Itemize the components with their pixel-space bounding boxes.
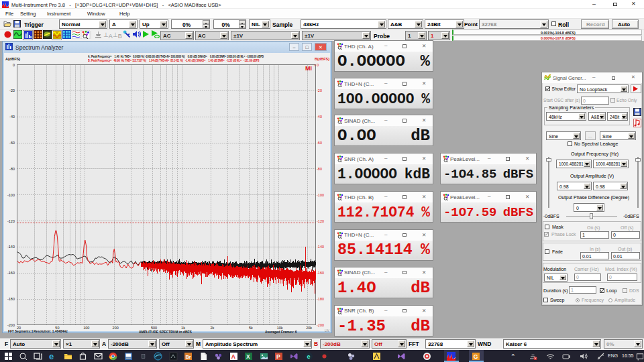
svg-text:e: e — [307, 353, 311, 360]
svg-text:0: 0 — [13, 63, 15, 67]
svg-text:Br: Br — [185, 353, 191, 359]
svg-text:-20: -20 — [317, 88, 322, 93]
svg-text:2k: 2k — [210, 326, 214, 330]
svg-text:-40: -40 — [9, 115, 15, 119]
svg-text:-20: -20 — [9, 88, 15, 93]
svg-text:P: P — [276, 353, 280, 360]
svg-text:A: A — [231, 353, 235, 360]
svg-text:-200: -200 — [317, 323, 324, 327]
svg-text:5k: 5k — [249, 326, 253, 330]
svg-text:®: ® — [314, 64, 316, 67]
svg-text:-120: -120 — [7, 219, 15, 223]
svg-text:-140: -140 — [317, 245, 324, 249]
svg-text:0: 0 — [317, 63, 319, 67]
svg-text:100: 100 — [83, 326, 89, 330]
svg-text:-180: -180 — [7, 297, 15, 301]
svg-text:-140: -140 — [7, 245, 15, 249]
svg-text:-80: -80 — [317, 167, 322, 171]
svg-text:-60: -60 — [317, 141, 322, 145]
svg-text:-100: -100 — [317, 193, 324, 197]
svg-text:G: G — [474, 353, 478, 360]
svg-text:-60: -60 — [9, 141, 15, 145]
svg-text:-120: -120 — [317, 219, 324, 223]
svg-text:-160: -160 — [7, 271, 15, 275]
svg-text:-180: -180 — [317, 297, 324, 301]
svg-text:X: X — [246, 353, 250, 360]
svg-text:e: e — [49, 352, 54, 361]
svg-text:-160: -160 — [317, 271, 324, 275]
svg-text:-200: -200 — [7, 323, 15, 327]
svg-text:-80: -80 — [9, 167, 15, 171]
svg-text:-100: -100 — [7, 193, 15, 197]
svg-text:MI: MI — [305, 65, 312, 72]
svg-text:20k: 20k — [306, 326, 312, 330]
svg-text:-40: -40 — [317, 115, 322, 119]
svg-text:200: 200 — [113, 326, 119, 330]
